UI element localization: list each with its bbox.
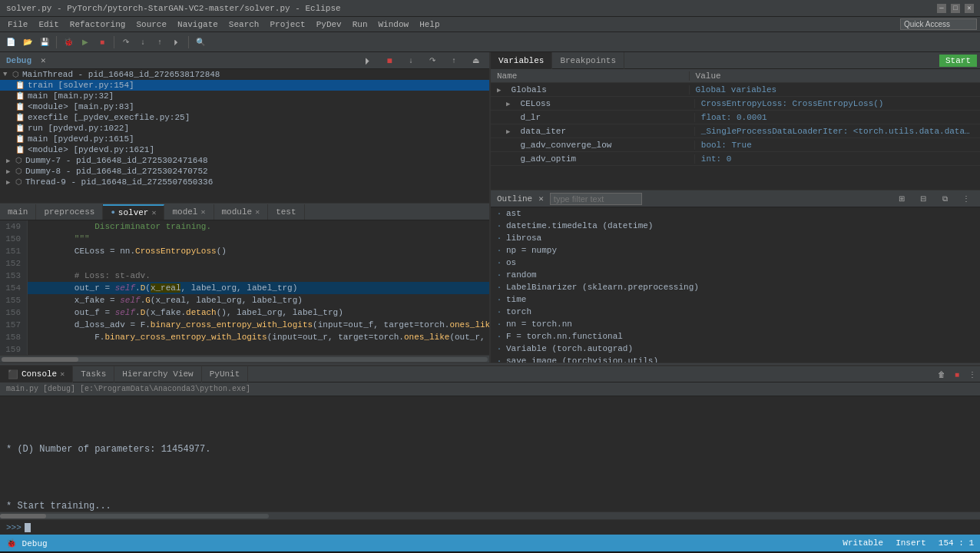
outline-link-button[interactable]: ⧉ <box>937 191 952 207</box>
toolbar-step-into-button[interactable]: ↓ <box>135 35 151 50</box>
tab-breakpoints[interactable]: Breakpoints <box>552 52 624 69</box>
outline-item-time[interactable]: · time <box>491 293 980 306</box>
tab-preprocess[interactable]: preprocess <box>36 204 103 220</box>
console-stop-button[interactable]: ■ <box>949 366 965 382</box>
maximize-button[interactable]: □ <box>951 4 960 13</box>
toolbar-debug-button[interactable]: 🐞 <box>61 35 76 50</box>
toolbar-step-over-button[interactable]: ↷ <box>118 35 134 50</box>
menu-source[interactable]: Source <box>131 17 171 32</box>
tab-main[interactable]: main <box>0 204 36 220</box>
code-editor[interactable]: 149 Discriminator training. 150 """ 151 <box>0 220 489 363</box>
menu-pydev[interactable]: PyDev <box>312 17 346 32</box>
debug-stop-button[interactable]: ■ <box>382 53 397 68</box>
outline-item-ast[interactable]: · ast <box>491 207 980 220</box>
outline-item-labelbinarizer[interactable]: · LabelBinarizer (sklearn.preprocessing) <box>491 281 980 293</box>
debug-resume-button[interactable]: ⏵ <box>360 53 376 68</box>
minimize-button[interactable]: ─ <box>937 4 946 13</box>
outline-item-librosa[interactable]: · librosa <box>491 232 980 244</box>
debug-tree[interactable]: ▼ ⬡ MainThread - pid_16648_id_2726538172… <box>0 69 489 204</box>
outline-item-datetime[interactable]: · datetime.timedelta (datetime) <box>491 220 980 232</box>
menu-edit[interactable]: Edit <box>34 17 63 32</box>
debug-step-return-button[interactable]: ↑ <box>446 53 462 68</box>
tab-test[interactable]: test <box>268 204 304 220</box>
code-content[interactable]: 149 Discriminator training. 150 """ 151 <box>0 220 489 355</box>
tab-module-close[interactable]: ✕ <box>255 207 260 217</box>
thread-dummy8[interactable]: ▶ ⬡ Dummy-8 - pid_16648_id_2725302470752 <box>0 166 489 177</box>
frame-module-pydevd[interactable]: 📋 <module> [pydevd.py:1621] <box>0 144 489 155</box>
menu-project[interactable]: Project <box>265 17 310 32</box>
outline-expand-button[interactable]: ⊟ <box>915 191 931 207</box>
frame-execfile[interactable]: 📋 execfile [_pydev_execfile.py:25] <box>0 112 489 123</box>
scrollbar-thumb[interactable] <box>2 357 78 362</box>
console-scrollbar-thumb[interactable] <box>0 514 46 518</box>
scrollbar-track[interactable] <box>2 357 488 362</box>
debug-disconnect-button[interactable]: ⏏ <box>468 53 483 68</box>
var-row-g-adv-converge[interactable]: g_adv_converge_low bool: True <box>491 138 980 152</box>
outline-item-nn[interactable]: · nn = torch.nn <box>491 318 980 330</box>
console-scrollbar-track[interactable] <box>0 514 269 518</box>
toolbar-stop-button[interactable]: ■ <box>94 35 110 50</box>
tab-pyunit[interactable]: PyUnit <box>202 366 249 382</box>
outline-filter-input[interactable] <box>550 193 642 205</box>
var-row-dlr[interactable]: d_lr float: 0.0001 <box>491 111 980 124</box>
toolbar-search-button[interactable]: 🔍 <box>193 35 208 50</box>
tab-tasks[interactable]: Tasks <box>73 366 114 382</box>
var-row-globals[interactable]: ▶ Globals Global variables <box>491 83 980 97</box>
tab-model[interactable]: model ✕ <box>164 204 214 220</box>
menu-file[interactable]: File <box>3 17 32 32</box>
tab-model-close[interactable]: ✕ <box>200 207 205 217</box>
console-menu-button[interactable]: ⋮ <box>965 366 980 382</box>
menu-search[interactable]: Search <box>224 17 264 32</box>
frame-train[interactable]: 📋 train [solver.py:154] <box>0 80 489 91</box>
toolbar-save-button[interactable]: 💾 <box>37 35 52 50</box>
tab-module[interactable]: module ✕ <box>214 204 269 220</box>
outline-collapse-button[interactable]: ⊞ <box>894 191 909 207</box>
menu-run[interactable]: Run <box>348 17 372 32</box>
menu-navigate[interactable]: Navigate <box>173 17 223 32</box>
outline-close-icon[interactable]: ✕ <box>538 194 544 204</box>
toolbar-new-button[interactable]: 📄 <box>3 35 18 50</box>
toolbar-open-button[interactable]: 📂 <box>20 35 35 50</box>
tab-console-close[interactable]: ✕ <box>60 369 65 379</box>
debug-step-into-button[interactable]: ↓ <box>403 53 419 68</box>
console-input-line[interactable]: >>> <box>0 519 980 535</box>
menu-window[interactable]: Window <box>374 17 414 32</box>
var-row-celoss[interactable]: ▶ CELoss CrossEntropyLoss: CrossEntropyL… <box>491 97 980 111</box>
outline-item-random[interactable]: · random <box>491 269 980 281</box>
quick-access-input[interactable] <box>900 18 977 30</box>
tab-console[interactable]: ⬛ Console ✕ <box>0 366 73 382</box>
console-clear-button[interactable]: 🗑 <box>934 366 949 382</box>
frame-module-main[interactable]: 📋 <module> [main.py:83] <box>0 101 489 112</box>
console-scrollbar-h[interactable] <box>0 512 980 519</box>
frame-main-pydevd[interactable]: 📋 main [pydevd.py:1615] <box>0 134 489 144</box>
toolbar-resume-button[interactable]: ⏵ <box>169 35 184 50</box>
menu-refactoring[interactable]: Refactoring <box>65 17 131 32</box>
thread-main[interactable]: ▼ ⬡ MainThread - pid_16648_id_2726538172… <box>0 69 489 80</box>
frame-run-pydevd[interactable]: 📋 run [pydevd.py:1022] <box>0 123 489 134</box>
outline-item-save-image[interactable]: · save_image (torchvision.utils) <box>491 355 980 363</box>
tab-variables[interactable]: Variables <box>491 52 552 69</box>
toolbar-run-button[interactable]: ▶ <box>78 35 93 50</box>
console-output[interactable]: * (D) Number of parameters: 11454977. * … <box>0 396 980 512</box>
debug-step-over-button[interactable]: ↷ <box>425 53 440 68</box>
start-button[interactable]: Start <box>939 55 977 67</box>
tab-solver[interactable]: ● solver ✕ <box>103 204 164 220</box>
frame-main[interactable]: 📋 main [main.py:32] <box>0 91 489 101</box>
outline-item-np[interactable]: · np = numpy <box>491 244 980 257</box>
outline-item-torch[interactable]: · torch <box>491 306 980 318</box>
debug-close-icon[interactable]: ✕ <box>41 55 46 65</box>
thread-dummy7[interactable]: ▶ ⬡ Dummy-7 - pid_16648_id_2725302471648 <box>0 155 489 166</box>
thread-thread9[interactable]: ▶ ⬡ Thread-9 - pid_16648_id_272550765033… <box>0 177 489 187</box>
tab-hierarchy-view[interactable]: Hierarchy View <box>114 366 201 382</box>
outline-item-F[interactable]: · F = torch.nn.functional <box>491 330 980 343</box>
outline-item-variable[interactable]: · Variable (torch.autograd) <box>491 343 980 355</box>
tab-solver-close[interactable]: ✕ <box>151 208 156 217</box>
menu-help[interactable]: Help <box>415 17 444 32</box>
var-row-g-adv-optim[interactable]: g_adv_optim int: 0 <box>491 152 980 166</box>
outline-item-os[interactable]: · os <box>491 257 980 269</box>
toolbar-step-return-button[interactable]: ↑ <box>152 35 167 50</box>
close-button[interactable]: ✕ <box>965 4 974 13</box>
var-row-data-iter[interactable]: ▶ data_iter _SingleProcessDataLoaderIter… <box>491 124 980 138</box>
outline-menu-button[interactable]: ⋮ <box>958 191 974 207</box>
horizontal-scrollbar[interactable] <box>0 355 489 363</box>
